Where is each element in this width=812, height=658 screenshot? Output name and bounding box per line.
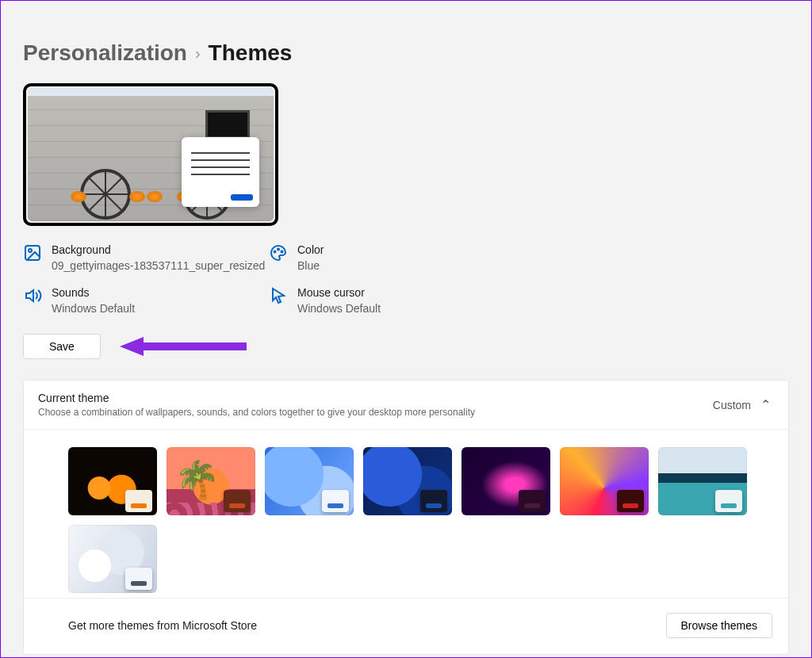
- theme-option[interactable]: [68, 447, 157, 515]
- theme-option[interactable]: [265, 447, 354, 515]
- breadcrumb-parent[interactable]: Personalization: [23, 40, 187, 66]
- current-theme-subtitle: Choose a combination of wallpapers, soun…: [38, 407, 475, 418]
- color-value: Blue: [297, 259, 324, 272]
- sounds-setting[interactable]: Sounds Windows Default: [23, 286, 269, 315]
- svg-rect-0: [25, 246, 40, 260]
- browse-themes-button[interactable]: Browse themes: [666, 613, 772, 638]
- cursor-title: Mouse cursor: [297, 286, 381, 299]
- background-title: Background: [52, 243, 265, 256]
- background-value: 09_gettyimages-183537111_super_resized: [52, 259, 265, 272]
- theme-option[interactable]: [68, 525, 157, 593]
- breadcrumb-current: Themes: [209, 40, 293, 66]
- current-theme-value: Custom: [713, 399, 751, 411]
- theme-option[interactable]: [560, 447, 649, 515]
- chevron-up-icon[interactable]: ⌃: [760, 397, 771, 412]
- image-icon: [23, 243, 42, 262]
- svg-point-4: [282, 251, 283, 253]
- cursor-setting[interactable]: Mouse cursor Windows Default: [269, 286, 491, 315]
- current-theme-header[interactable]: Current theme Choose a combination of wa…: [24, 381, 788, 430]
- current-theme-title: Current theme: [38, 392, 475, 404]
- chevron-right-icon: ›: [195, 44, 201, 63]
- palette-icon: [269, 243, 288, 262]
- window-preview-icon: [182, 137, 259, 207]
- annotation-arrow-icon: [120, 335, 247, 358]
- background-setting[interactable]: Background 09_gettyimages-183537111_supe…: [23, 243, 269, 272]
- sounds-title: Sounds: [52, 286, 135, 299]
- theme-option[interactable]: [363, 447, 452, 515]
- svg-marker-5: [120, 337, 247, 356]
- store-footer-text: Get more themes from Microsoft Store: [68, 619, 257, 632]
- color-setting[interactable]: Color Blue: [269, 243, 491, 272]
- theme-option[interactable]: [462, 447, 550, 515]
- breadcrumb: Personalization › Themes: [23, 40, 789, 66]
- svg-point-3: [278, 249, 279, 251]
- theme-grid: 🌴: [24, 430, 788, 598]
- svg-point-1: [29, 249, 32, 252]
- save-button[interactable]: Save: [23, 334, 101, 359]
- cursor-value: Windows Default: [297, 302, 381, 315]
- theme-preview: [23, 83, 278, 226]
- theme-option[interactable]: [658, 447, 747, 515]
- speaker-icon: [23, 286, 42, 305]
- theme-option[interactable]: 🌴: [167, 447, 255, 515]
- current-theme-card: Current theme Choose a combination of wa…: [23, 380, 789, 655]
- color-title: Color: [297, 243, 324, 256]
- svg-point-2: [274, 251, 276, 253]
- cursor-icon: [269, 286, 288, 305]
- sounds-value: Windows Default: [52, 302, 135, 315]
